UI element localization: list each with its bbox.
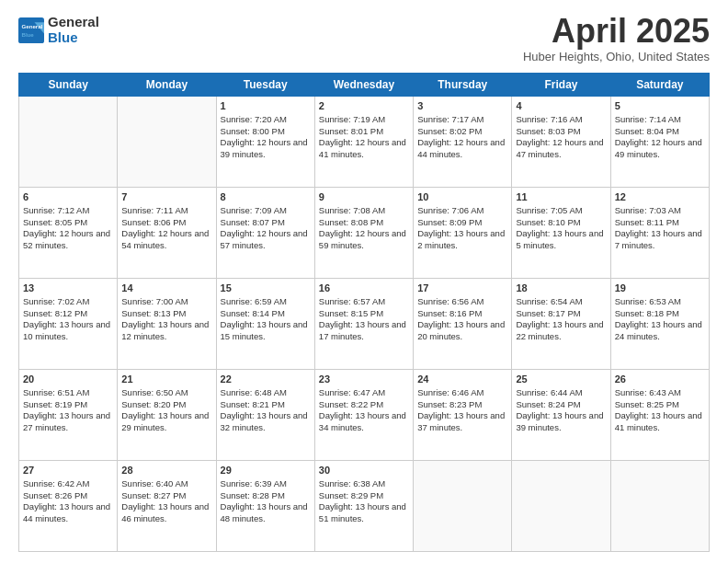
cell-text: Sunrise: 6:53 AM: [615, 296, 705, 308]
day-number: 11: [516, 190, 606, 204]
cell-text: Sunset: 8:08 PM: [319, 217, 409, 229]
cell-text: Sunset: 8:13 PM: [121, 308, 211, 320]
cell-text: Sunrise: 6:38 AM: [319, 478, 409, 490]
day-number: 22: [221, 373, 311, 386]
calendar-cell: 4Sunrise: 7:16 AMSunset: 8:03 PMDaylight…: [512, 97, 610, 188]
cell-text: Sunrise: 6:40 AM: [121, 478, 211, 490]
calendar-cell: [610, 461, 709, 552]
cell-text: Daylight: 13 hours and 15 minutes.: [221, 319, 311, 343]
calendar-cell: 1Sunrise: 7:20 AMSunset: 8:00 PMDaylight…: [216, 97, 314, 188]
cell-text: Sunrise: 7:17 AM: [417, 114, 507, 126]
weekday-header-tuesday: Tuesday: [216, 74, 314, 97]
cell-text: Sunrise: 6:51 AM: [23, 387, 113, 399]
cell-text: Sunrise: 6:47 AM: [319, 387, 409, 399]
cell-text: Sunset: 8:25 PM: [615, 399, 705, 411]
calendar-cell: 20Sunrise: 6:51 AMSunset: 8:19 PMDayligh…: [19, 370, 118, 461]
calendar-cell: 14Sunrise: 7:00 AMSunset: 8:13 PMDayligh…: [118, 279, 216, 370]
day-number: 27: [23, 464, 113, 477]
calendar-cell: 8Sunrise: 7:09 AMSunset: 8:07 PMDaylight…: [216, 188, 314, 279]
cell-text: Sunrise: 7:19 AM: [319, 114, 409, 126]
cell-text: Sunset: 8:05 PM: [23, 217, 113, 229]
calendar-cell: 3Sunrise: 7:17 AMSunset: 8:02 PMDaylight…: [414, 97, 512, 188]
calendar-header: SundayMondayTuesdayWednesdayThursdayFrid…: [19, 74, 710, 97]
calendar-cell: 23Sunrise: 6:47 AMSunset: 8:22 PMDayligh…: [314, 370, 413, 461]
cell-text: Daylight: 12 hours and 44 minutes.: [417, 137, 507, 161]
cell-text: Sunset: 8:24 PM: [516, 399, 606, 411]
calendar-cell: 27Sunrise: 6:42 AMSunset: 8:26 PMDayligh…: [19, 461, 118, 552]
calendar-cell: [414, 461, 512, 552]
day-number: 6: [23, 190, 113, 204]
cell-text: Daylight: 12 hours and 59 minutes.: [319, 228, 409, 252]
cell-text: Sunset: 8:04 PM: [615, 126, 705, 138]
calendar-cell: 26Sunrise: 6:43 AMSunset: 8:25 PMDayligh…: [610, 370, 709, 461]
cell-text: Sunset: 8:11 PM: [615, 217, 705, 229]
day-number: 3: [417, 99, 507, 113]
calendar-week-3: 13Sunrise: 7:02 AMSunset: 8:12 PMDayligh…: [19, 279, 710, 370]
weekday-header-friday: Friday: [512, 74, 610, 97]
day-number: 2: [319, 99, 409, 113]
cell-text: Sunrise: 7:08 AM: [319, 205, 409, 217]
calendar-week-1: 1Sunrise: 7:20 AMSunset: 8:00 PMDaylight…: [19, 97, 710, 188]
cell-text: Sunrise: 7:03 AM: [615, 205, 705, 217]
cell-text: Daylight: 13 hours and 22 minutes.: [516, 319, 606, 343]
calendar-cell: 19Sunrise: 6:53 AMSunset: 8:18 PMDayligh…: [610, 279, 709, 370]
cell-text: Sunset: 8:29 PM: [319, 490, 409, 502]
cell-text: Sunrise: 6:42 AM: [23, 478, 113, 490]
cell-text: Sunrise: 6:44 AM: [516, 387, 606, 399]
cell-text: Sunrise: 7:20 AM: [221, 114, 311, 126]
cell-text: Sunset: 8:23 PM: [417, 399, 507, 411]
cell-text: Sunset: 8:06 PM: [121, 217, 211, 229]
day-number: 8: [221, 190, 311, 204]
cell-text: Sunrise: 7:14 AM: [615, 114, 705, 126]
cell-text: Daylight: 12 hours and 41 minutes.: [319, 137, 409, 161]
cell-text: Daylight: 13 hours and 10 minutes.: [23, 319, 113, 343]
cell-text: Daylight: 12 hours and 39 minutes.: [221, 137, 311, 161]
cell-text: Sunset: 8:12 PM: [23, 308, 113, 320]
weekday-header-thursday: Thursday: [414, 74, 512, 97]
cell-text: Daylight: 13 hours and 12 minutes.: [121, 319, 211, 343]
day-number: 5: [615, 99, 705, 113]
calendar-week-4: 20Sunrise: 6:51 AMSunset: 8:19 PMDayligh…: [19, 370, 710, 461]
day-number: 12: [615, 190, 705, 204]
calendar-cell: 18Sunrise: 6:54 AMSunset: 8:17 PMDayligh…: [512, 279, 610, 370]
cell-text: Daylight: 13 hours and 39 minutes.: [516, 410, 606, 434]
day-number: 15: [221, 282, 311, 295]
cell-text: Sunset: 8:19 PM: [23, 399, 113, 411]
cell-text: Sunset: 8:01 PM: [319, 126, 409, 138]
cell-text: Sunset: 8:27 PM: [121, 490, 211, 502]
cell-text: Daylight: 13 hours and 41 minutes.: [615, 410, 705, 434]
cell-text: Daylight: 13 hours and 2 minutes.: [417, 228, 507, 252]
cell-text: Sunrise: 6:43 AM: [615, 387, 705, 399]
logo-icon: General Blue: [18, 17, 44, 43]
cell-text: Daylight: 13 hours and 32 minutes.: [221, 410, 311, 434]
logo-blue: Blue: [48, 30, 99, 46]
calendar-cell: 9Sunrise: 7:08 AMSunset: 8:08 PMDaylight…: [314, 188, 413, 279]
cell-text: Sunrise: 6:56 AM: [417, 296, 507, 308]
day-number: 20: [23, 373, 113, 386]
cell-text: Sunrise: 7:00 AM: [121, 296, 211, 308]
day-number: 13: [23, 282, 113, 295]
day-number: 17: [417, 282, 507, 295]
weekday-header-sunday: Sunday: [19, 74, 118, 97]
cell-text: Daylight: 13 hours and 48 minutes.: [221, 501, 311, 525]
cell-text: Daylight: 13 hours and 37 minutes.: [417, 410, 507, 434]
calendar-week-2: 6Sunrise: 7:12 AMSunset: 8:05 PMDaylight…: [19, 188, 710, 279]
day-number: 21: [121, 373, 211, 386]
cell-text: Sunset: 8:17 PM: [516, 308, 606, 320]
cell-text: Sunrise: 6:50 AM: [121, 387, 211, 399]
calendar-cell: 16Sunrise: 6:57 AMSunset: 8:15 PMDayligh…: [314, 279, 413, 370]
calendar-cell: 24Sunrise: 6:46 AMSunset: 8:23 PMDayligh…: [414, 370, 512, 461]
day-number: 25: [516, 373, 606, 386]
cell-text: Sunset: 8:16 PM: [417, 308, 507, 320]
cell-text: Daylight: 12 hours and 47 minutes.: [516, 137, 606, 161]
calendar-cell: 25Sunrise: 6:44 AMSunset: 8:24 PMDayligh…: [512, 370, 610, 461]
cell-text: Sunset: 8:02 PM: [417, 126, 507, 138]
cell-text: Daylight: 13 hours and 7 minutes.: [615, 228, 705, 252]
calendar-cell: [19, 97, 118, 188]
cell-text: Sunset: 8:14 PM: [221, 308, 311, 320]
cell-text: Sunset: 8:26 PM: [23, 490, 113, 502]
weekday-header-monday: Monday: [118, 74, 216, 97]
calendar-cell: 5Sunrise: 7:14 AMSunset: 8:04 PMDaylight…: [610, 97, 709, 188]
weekday-header-saturday: Saturday: [610, 74, 709, 97]
cell-text: Sunset: 8:15 PM: [319, 308, 409, 320]
